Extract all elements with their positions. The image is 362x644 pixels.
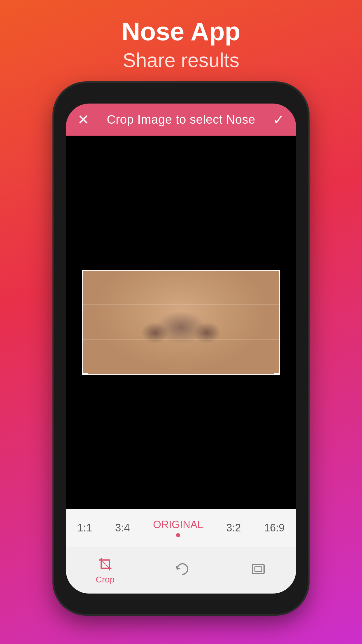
rotate-action-button[interactable]	[174, 561, 191, 580]
crop-header-bar: ✕ Crop Image to select Nose ✓	[66, 104, 296, 136]
app-title: Nose App	[122, 18, 240, 46]
crop-action-button[interactable]: Crop	[96, 556, 115, 584]
action-bar: Crop	[66, 547, 296, 594]
svg-line-4	[101, 560, 109, 568]
ratio-bar: 1:1 3:4 ORIGINAL 3:2 16:9	[66, 509, 296, 547]
crop-icon	[97, 556, 113, 572]
phone-shell: ✕ Crop Image to select Nose ✓	[54, 83, 308, 614]
ratio-active-dot	[176, 533, 180, 537]
crop-main-area	[66, 136, 296, 509]
ratio-1-1[interactable]: 1:1	[72, 519, 98, 537]
crop-grid	[82, 270, 280, 375]
svg-rect-6	[255, 567, 262, 571]
ratio-3-2[interactable]: 3:2	[221, 519, 247, 537]
phone-screen: ✕ Crop Image to select Nose ✓	[66, 104, 296, 594]
nose-image	[82, 270, 280, 375]
ratio-3-4[interactable]: 3:4	[109, 519, 136, 537]
svg-rect-5	[252, 564, 264, 574]
app-header: Nose App Share results	[122, 0, 240, 83]
ratio-16-9[interactable]: 16:9	[258, 519, 290, 537]
crop-header-title: Crop Image to select Nose	[107, 113, 255, 127]
app-subtitle: Share results	[122, 49, 240, 71]
confirm-icon[interactable]: ✓	[273, 111, 284, 128]
close-icon[interactable]: ✕	[78, 111, 89, 128]
aspect-action-button[interactable]	[250, 561, 266, 580]
ratio-original[interactable]: ORIGINAL	[147, 516, 209, 540]
crop-action-label: Crop	[96, 575, 115, 584]
crop-image-wrapper[interactable]	[82, 270, 280, 375]
aspect-icon	[250, 561, 266, 577]
rotate-icon	[174, 561, 191, 577]
